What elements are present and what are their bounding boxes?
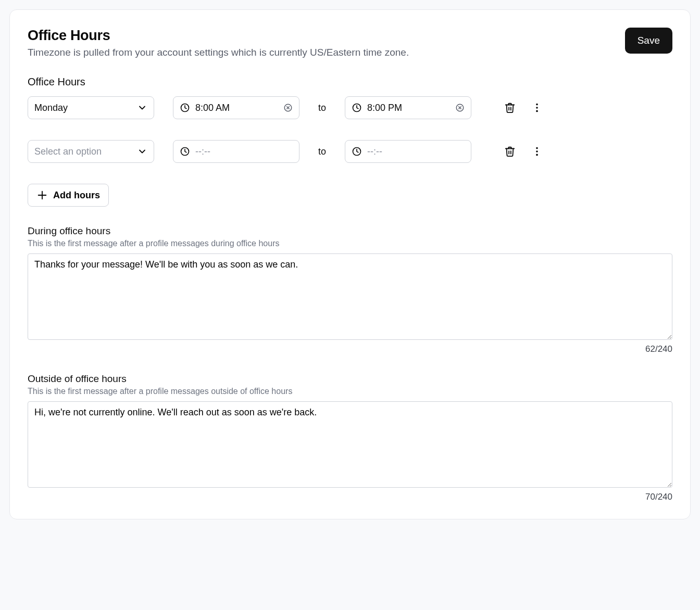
during-hours-help: This is the first message after a profil… bbox=[28, 239, 672, 248]
svg-point-14 bbox=[536, 150, 538, 152]
trash-icon bbox=[504, 146, 516, 157]
clear-icon[interactable] bbox=[283, 103, 293, 112]
row-more-button[interactable] bbox=[528, 98, 546, 117]
clock-icon bbox=[352, 103, 362, 113]
during-hours-textarea[interactable] bbox=[28, 253, 672, 340]
day-select-value: Monday bbox=[34, 103, 68, 113]
delete-row-button[interactable] bbox=[501, 142, 519, 161]
start-time-placeholder: --:-- bbox=[195, 146, 293, 157]
to-label: to bbox=[318, 103, 326, 113]
during-hours-char-count: 62/240 bbox=[28, 344, 672, 354]
outside-hours-label: Outside of office hours bbox=[28, 373, 672, 385]
end-time-placeholder: --:-- bbox=[367, 146, 465, 157]
chevron-down-icon bbox=[137, 103, 147, 113]
office-hours-section-label: Office Hours bbox=[28, 76, 672, 88]
save-button[interactable]: Save bbox=[625, 28, 672, 54]
to-label: to bbox=[318, 146, 326, 157]
end-time-input[interactable]: --:-- bbox=[345, 140, 471, 163]
svg-point-10 bbox=[536, 110, 538, 112]
clock-icon bbox=[180, 103, 190, 113]
more-vertical-icon bbox=[531, 146, 543, 157]
clock-icon bbox=[352, 146, 362, 157]
start-time-input[interactable]: --:-- bbox=[173, 140, 299, 163]
end-time-input[interactable]: 8:00 PM bbox=[345, 96, 471, 119]
plus-icon bbox=[36, 189, 48, 201]
start-time-value: 8:00 AM bbox=[195, 103, 278, 113]
delete-row-button[interactable] bbox=[501, 98, 519, 117]
outside-hours-textarea[interactable] bbox=[28, 401, 672, 488]
clear-icon[interactable] bbox=[455, 103, 465, 112]
svg-point-13 bbox=[536, 147, 538, 149]
hours-row: Monday 8:00 AM to bbox=[28, 96, 672, 119]
page-title: Office Hours bbox=[28, 28, 409, 44]
clock-icon bbox=[180, 146, 190, 157]
row-more-button[interactable] bbox=[528, 142, 546, 161]
svg-point-15 bbox=[536, 154, 538, 156]
end-time-value: 8:00 PM bbox=[367, 103, 450, 113]
office-hours-card: Office Hours Timezone is pulled from you… bbox=[9, 9, 691, 519]
page-subtitle: Timezone is pulled from your account set… bbox=[28, 47, 409, 58]
svg-point-8 bbox=[536, 104, 538, 106]
svg-point-9 bbox=[536, 107, 538, 109]
card-header: Office Hours Timezone is pulled from you… bbox=[28, 28, 672, 58]
chevron-down-icon bbox=[137, 146, 147, 157]
add-hours-button[interactable]: Add hours bbox=[28, 184, 109, 207]
add-hours-label: Add hours bbox=[53, 190, 100, 201]
more-vertical-icon bbox=[531, 102, 543, 113]
hours-row: Select an option --:-- to bbox=[28, 140, 672, 163]
outside-hours-char-count: 70/240 bbox=[28, 492, 672, 502]
start-time-input[interactable]: 8:00 AM bbox=[173, 96, 299, 119]
trash-icon bbox=[504, 102, 516, 113]
day-select-placeholder: Select an option bbox=[34, 146, 102, 157]
day-select[interactable]: Monday bbox=[28, 96, 154, 119]
during-hours-label: During office hours bbox=[28, 225, 672, 237]
outside-hours-help: This is the first message after a profil… bbox=[28, 387, 672, 396]
day-select[interactable]: Select an option bbox=[28, 140, 154, 163]
